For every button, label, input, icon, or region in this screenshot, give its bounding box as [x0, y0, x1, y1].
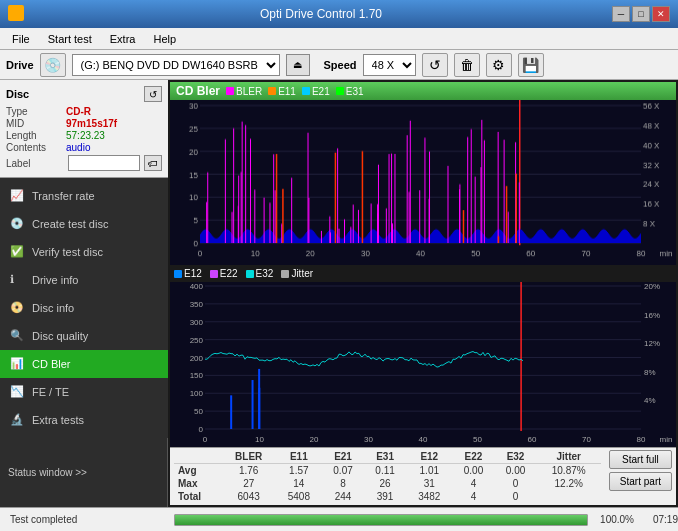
length-label: Length [6, 130, 66, 141]
sidebar-item-transfer-rate[interactable]: 📈 Transfer rate [0, 182, 168, 210]
col-header-e21: E21 [322, 450, 364, 464]
label-key: Label [6, 158, 64, 169]
drive-action-btn[interactable]: ⏏ [286, 54, 310, 76]
max-e22: 4 [452, 477, 494, 490]
transfer-rate-icon: 📈 [10, 189, 24, 203]
sidebar-item-disc-info[interactable]: 📀 Disc info [0, 294, 168, 322]
total-e11: 5408 [276, 490, 322, 503]
max-e31: 26 [364, 477, 406, 490]
avg-e22: 0.00 [452, 464, 494, 478]
drive-info-icon: ℹ [10, 273, 24, 287]
nav-label-disc-quality: Disc quality [32, 330, 88, 342]
create-test-icon: 💿 [10, 217, 24, 231]
extra-tests-icon: 🔬 [10, 413, 24, 427]
total-bler: 6043 [222, 490, 276, 503]
type-label: Type [6, 106, 66, 117]
col-header-blank [174, 450, 222, 464]
e12-color [174, 270, 182, 278]
type-value: CD-R [66, 106, 91, 117]
max-e12: 31 [406, 477, 452, 490]
stats-row-total: Total 6043 5408 244 391 3482 4 0 [174, 490, 601, 503]
nav-label-create-test: Create test disc [32, 218, 108, 230]
disc-info-icon: 📀 [10, 301, 24, 315]
start-full-button[interactable]: Start full [609, 450, 672, 469]
jitter-color [281, 270, 289, 278]
disc-section-title: Disc [6, 88, 29, 100]
nav-label-cd-bler: CD Bler [32, 358, 71, 370]
col-header-e12: E12 [406, 450, 452, 464]
total-e21: 244 [322, 490, 364, 503]
minimize-button[interactable]: ─ [612, 6, 630, 22]
nav-label-verify-test: Verify test disc [32, 246, 103, 258]
sidebar-item-verify-test-disc[interactable]: ✅ Verify test disc [0, 238, 168, 266]
legend-e22: E22 [210, 268, 238, 279]
max-jitter: 12.2% [537, 477, 601, 490]
legend-e21: E21 [302, 86, 330, 97]
avg-e31: 0.11 [364, 464, 406, 478]
disc-quality-icon: 🔍 [10, 329, 24, 343]
sidebar-item-drive-info[interactable]: ℹ Drive info [0, 266, 168, 294]
sidebar-item-extra-tests[interactable]: 🔬 Extra tests [0, 406, 168, 434]
start-part-button[interactable]: Start part [609, 472, 672, 491]
avg-e11: 1.57 [276, 464, 322, 478]
disc-refresh-btn[interactable]: ↺ [144, 86, 162, 102]
speed-select[interactable]: 48 X [363, 54, 416, 76]
progress-pct: 100.0% [594, 514, 634, 525]
menu-extra[interactable]: Extra [102, 31, 144, 47]
avg-e21: 0.07 [322, 464, 364, 478]
progress-fill [175, 515, 587, 525]
fe-te-icon: 📉 [10, 385, 24, 399]
contents-label: Contents [6, 142, 66, 153]
col-header-e22: E22 [452, 450, 494, 464]
mid-label: MID [6, 118, 66, 129]
contents-value: audio [66, 142, 90, 153]
refresh-icon[interactable]: ↺ [422, 53, 448, 77]
total-e31: 391 [364, 490, 406, 503]
max-e32: 0 [495, 477, 537, 490]
main-content: CD Bler BLER E11 E21 E31 [168, 80, 678, 507]
sidebar: Disc ↺ Type CD-R MID 97m15s17f Length 57… [0, 80, 168, 507]
total-jitter [537, 490, 601, 503]
menu-help[interactable]: Help [145, 31, 184, 47]
total-e22: 4 [452, 490, 494, 503]
label-icon-btn[interactable]: 🏷 [144, 155, 162, 171]
sidebar-item-cd-bler[interactable]: 📊 CD Bler [0, 350, 168, 378]
label-input[interactable] [68, 155, 140, 171]
close-button[interactable]: ✕ [652, 6, 670, 22]
col-header-bler: BLER [222, 450, 276, 464]
settings-icon[interactable]: ⚙ [486, 53, 512, 77]
speed-label: Speed [324, 59, 357, 71]
erase-icon[interactable]: 🗑 [454, 53, 480, 77]
e32-color [246, 270, 254, 278]
nav-label-extra-tests: Extra tests [32, 414, 84, 426]
status-window-btn[interactable]: Status window >> [0, 438, 168, 507]
maximize-button[interactable]: □ [632, 6, 650, 22]
sidebar-item-create-test-disc[interactable]: 💿 Create test disc [0, 210, 168, 238]
disc-info-panel: Disc ↺ Type CD-R MID 97m15s17f Length 57… [0, 80, 168, 178]
nav-items: 📈 Transfer rate 💿 Create test disc ✅ Ver… [0, 178, 168, 438]
drive-icon-btn[interactable]: 💿 [40, 53, 66, 77]
nav-label-fe-te: FE / TE [32, 386, 69, 398]
menu-start-test[interactable]: Start test [40, 31, 100, 47]
app-icon [8, 5, 30, 23]
avg-e12: 1.01 [406, 464, 452, 478]
sidebar-item-fe-te[interactable]: 📉 FE / TE [0, 378, 168, 406]
drive-label: Drive [6, 59, 34, 71]
drive-select[interactable]: (G:) BENQ DVD DD DW1640 BSRB [72, 54, 280, 76]
save-icon[interactable]: 💾 [518, 53, 544, 77]
max-bler: 27 [222, 477, 276, 490]
stats-table: BLER E11 E21 E31 E12 E22 E32 Jitter Avg [174, 450, 601, 503]
drive-bar: Drive 💿 (G:) BENQ DVD DD DW1640 BSRB ⏏ S… [0, 50, 678, 80]
menu-bar: File Start test Extra Help [0, 28, 678, 50]
e22-color [210, 270, 218, 278]
bler-color [226, 87, 234, 95]
stats-row-max: Max 27 14 8 26 31 4 0 12.2% [174, 477, 601, 490]
menu-file[interactable]: File [4, 31, 38, 47]
stats-table-area: BLER E11 E21 E31 E12 E22 E32 Jitter Avg [170, 447, 676, 505]
sidebar-item-disc-quality[interactable]: 🔍 Disc quality [0, 322, 168, 350]
bler-chart-bottom [170, 282, 676, 447]
avg-label: Avg [174, 464, 222, 478]
col-header-e11: E11 [276, 450, 322, 464]
e31-color [336, 87, 344, 95]
mid-value: 97m15s17f [66, 118, 117, 129]
